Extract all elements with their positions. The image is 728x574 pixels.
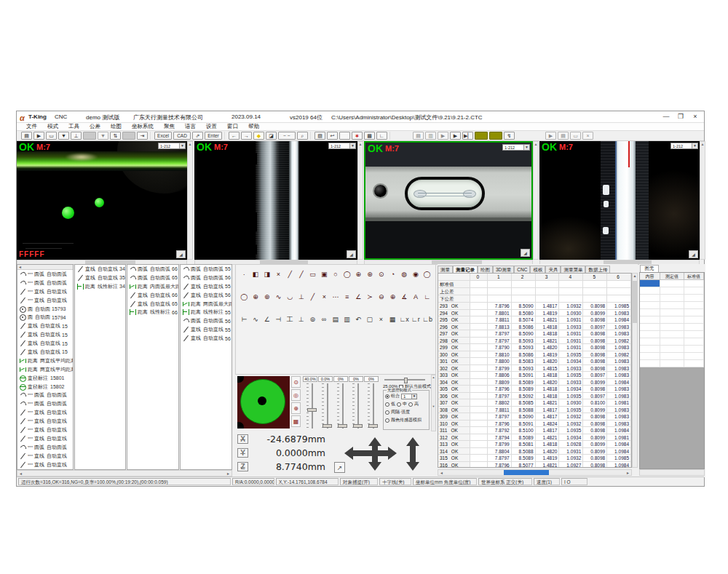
empty-cell[interactable] xyxy=(660,360,684,367)
feature-list-item[interactable]: ***直线自动直线 xyxy=(17,296,73,305)
feature-list-item[interactable]: ***直线自动直线 xyxy=(17,452,73,461)
toolbar-z-updown-button[interactable]: ⇅ xyxy=(110,132,121,140)
element-row[interactable] xyxy=(640,346,704,353)
element-row[interactable] xyxy=(640,324,704,331)
tool-rect-grid-button[interactable]: ▣ xyxy=(319,269,330,279)
table-row[interactable]: 313OK7.87998.50811.48181.09280.80991.098… xyxy=(438,441,631,448)
feature-list-item[interactable]: 距离线性标注34 xyxy=(75,282,125,291)
tool-ring-hatch-b-button[interactable]: ⊛ xyxy=(261,292,272,302)
empty-cell[interactable] xyxy=(684,287,704,294)
empty-cell[interactable] xyxy=(684,338,704,345)
light-mode-radio-1[interactable]: 组合1▼ xyxy=(385,392,428,400)
empty-cell[interactable] xyxy=(660,353,684,359)
tool-cross-lines-button[interactable]: × xyxy=(273,269,284,279)
element-table[interactable]: 内容测定值标准值 xyxy=(639,272,705,469)
tool-dim-perp-button[interactable]: ⊥ xyxy=(296,314,306,324)
slider-thumb[interactable] xyxy=(353,424,363,428)
element-row[interactable] xyxy=(640,280,704,287)
close-button[interactable]: × xyxy=(689,112,701,121)
feature-list-item[interactable]: ***直线自动直线 xyxy=(17,287,73,296)
tool-point-button[interactable]: · xyxy=(239,269,250,279)
element-row[interactable] xyxy=(640,338,704,346)
toolbar-run-pause-button[interactable]: ▮▮ xyxy=(489,132,502,140)
toolbar-probe-axis-button[interactable]: ⊥ xyxy=(71,132,82,140)
camera-2-resize-icon[interactable]: ◢ xyxy=(347,250,356,258)
empty-cell[interactable] xyxy=(640,316,660,323)
tool-coord-b-button[interactable]: ∟b xyxy=(422,314,432,324)
tool-dim-wave-button[interactable]: ∿ xyxy=(250,314,261,324)
tool-line-b-button[interactable]: ╱ xyxy=(296,269,307,279)
slider-thumb[interactable] xyxy=(307,408,317,412)
toolbar-arrow-right-button[interactable]: → xyxy=(241,132,252,140)
tool-angle-arc-button[interactable]: ∡ xyxy=(399,292,410,302)
tool-perpendicular-button[interactable]: ⊥ xyxy=(296,292,307,302)
feature-list-item[interactable]: 圆自动圆15793 xyxy=(17,305,73,314)
chevron-down-icon[interactable]: ▼ xyxy=(349,143,355,148)
table-row[interactable]: 307OK7.88028.50851.48211.09300.81001.098… xyxy=(438,399,631,407)
radio-icon[interactable] xyxy=(385,394,389,399)
feature-list-item[interactable]: 圆弧自动圆弧66 xyxy=(127,265,178,274)
empty-cell[interactable] xyxy=(660,324,684,330)
feature-list-item[interactable]: 圆弧自动圆弧56 xyxy=(181,316,232,325)
empty-cell[interactable] xyxy=(684,360,704,367)
measurement-table[interactable]: 0123456标准值上公差下公差293OK7.87968.50901.48171… xyxy=(438,273,632,468)
tab-夹具[interactable]: 夹具 xyxy=(545,266,561,273)
toolbar-tool-2-button[interactable]: × xyxy=(582,132,593,140)
table-row[interactable]: 301OK7.88008.50831.48201.09340.80981.098… xyxy=(438,358,631,365)
light-mode-radio-4[interactable]: 颜色传感器模拟 xyxy=(385,416,428,424)
scroll-left-icon[interactable]: ◄ xyxy=(17,471,24,476)
menu-item-8[interactable]: 设置 xyxy=(201,123,222,130)
tab-测量菜单[interactable]: 测量菜单 xyxy=(561,266,585,273)
tool-ellipse-button[interactable]: ◯ xyxy=(422,269,432,279)
tool-circle-center-button[interactable]: ⊙ xyxy=(376,269,387,279)
toolbar-run-single-button[interactable]: ▶▏ xyxy=(462,132,473,140)
camera-4-vscrollbar[interactable]: ▲ xyxy=(700,141,705,260)
empty-cell[interactable] xyxy=(640,302,660,308)
tool-arc-open-button[interactable]: ◡ xyxy=(285,292,296,302)
tool-dim-infinity-button[interactable]: ∞ xyxy=(319,314,330,324)
feature-list-item[interactable]: ***圆弧自动圆弧 xyxy=(17,270,73,279)
toolbar-image-view-button[interactable]: ◪ xyxy=(266,132,277,140)
menu-item-5[interactable]: 坐标系统 xyxy=(127,123,159,130)
empty-cell[interactable] xyxy=(640,324,660,330)
toolbar-send-report-button[interactable]: ⇗ xyxy=(192,132,203,140)
measurement-hscrollbar[interactable]: ◄► xyxy=(438,469,632,476)
tab-测量记录[interactable]: 测量记录 xyxy=(453,266,478,273)
empty-cell[interactable] xyxy=(640,331,660,338)
toolbar-run-tool-button[interactable]: ↯ xyxy=(504,132,515,140)
empty-cell[interactable] xyxy=(640,346,660,352)
tool-ring-hatch-a-button[interactable]: ⊕ xyxy=(250,292,261,302)
toolbar-excel-export-button[interactable]: Excel xyxy=(154,132,172,140)
toolbar-probe-down-button[interactable]: ▼ xyxy=(58,132,69,140)
chevron-down-icon[interactable]: ▼ xyxy=(523,145,529,150)
camera-panel-1[interactable]: OK M:7 FFFFF 1-212▼ ◢ ▲ xyxy=(17,141,193,265)
toolbar-route-tool-button[interactable]: ↩ xyxy=(327,132,338,140)
tool-tangent-button[interactable]: ≻ xyxy=(365,292,376,302)
tool-angle-button[interactable]: ∠ xyxy=(353,292,364,302)
element-row[interactable] xyxy=(640,316,704,324)
table-row[interactable]: 312OK7.87948.50891.48211.09340.80991.098… xyxy=(438,434,631,442)
feature-list-item[interactable]: 直线自动直线65 xyxy=(127,300,178,308)
table-row[interactable]: 299OK7.87908.50931.48201.09310.80981.098… xyxy=(438,344,631,351)
tool-circle-hatch-b-button[interactable]: ⊛ xyxy=(365,269,376,279)
feature-list-item[interactable]: ***圆弧自动圆弧 xyxy=(17,399,73,408)
empty-cell[interactable] xyxy=(640,338,660,345)
scroll-right-icon[interactable]: ► xyxy=(225,471,232,476)
element-row[interactable] xyxy=(640,287,704,295)
table-row[interactable]: 298OK7.87978.50931.48211.09310.80981.098… xyxy=(438,338,631,345)
element-tab[interactable]: 图元 xyxy=(640,265,659,272)
slider-thumb[interactable] xyxy=(368,424,378,428)
camera-panel-2[interactable]: OK M:7 1-212▼ ◢ ▲ xyxy=(194,141,363,265)
tool-line-a-button[interactable]: ╱ xyxy=(285,269,296,279)
empty-cell[interactable] xyxy=(684,353,704,359)
feature-list-item[interactable]: 圆弧自动圆弧55 xyxy=(181,265,232,274)
chevron-down-icon[interactable]: ▼ xyxy=(692,143,697,148)
camera-2-range-dropdown[interactable]: 1-212▼ xyxy=(328,143,356,149)
radio-icon[interactable] xyxy=(385,418,389,423)
table-row[interactable]: 316OK7.87968.50771.48211.09270.80981.098… xyxy=(438,462,631,469)
radio-icon[interactable] xyxy=(408,402,413,407)
zoom-slider[interactable] xyxy=(384,379,425,380)
feature-list-item[interactable]: 距离两圆弧最大距离 xyxy=(181,300,232,308)
toolbar-focus-tool-button[interactable]: ▼ xyxy=(98,132,108,140)
toolbar-tool-gray-2-button[interactable] xyxy=(122,132,135,140)
